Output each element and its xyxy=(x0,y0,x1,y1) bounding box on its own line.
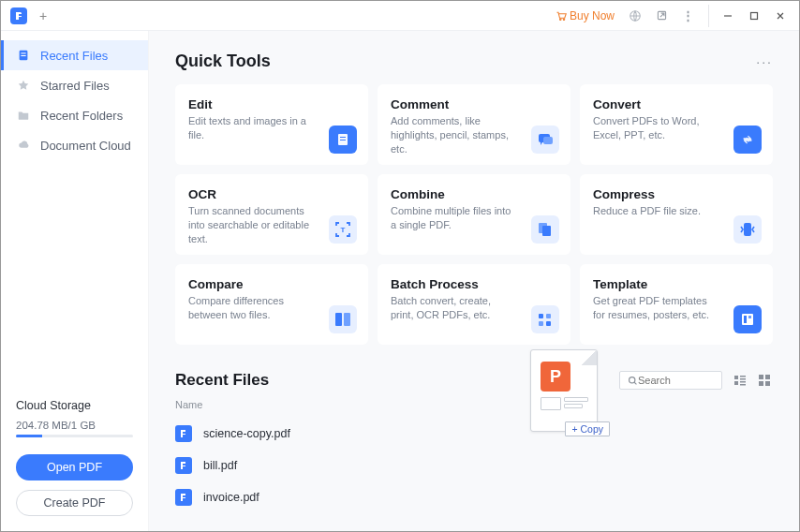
create-pdf-button[interactable]: Create PDF xyxy=(16,490,133,516)
tool-convert[interactable]: Convert Convert PDFs to Word, Excel, PPT… xyxy=(580,84,773,165)
svg-rect-21 xyxy=(539,321,543,326)
svg-rect-15 xyxy=(542,226,551,236)
tool-desc: Turn scanned documents into searchable o… xyxy=(188,204,314,246)
file-row[interactable]: bill.pdf xyxy=(175,450,773,481)
app-logo-icon xyxy=(10,7,27,24)
svg-rect-31 xyxy=(740,381,746,383)
svg-rect-10 xyxy=(340,140,346,140)
list-view-button[interactable] xyxy=(732,372,748,389)
cloud-progress xyxy=(16,435,133,437)
svg-rect-27 xyxy=(734,376,738,379)
svg-text:T: T xyxy=(341,226,346,234)
template-icon xyxy=(733,305,762,333)
svg-rect-35 xyxy=(759,381,763,386)
sidebar-item-label: Recent Files xyxy=(40,49,108,63)
tool-title: Batch Process xyxy=(391,277,557,291)
close-button[interactable] xyxy=(767,5,793,27)
convert-icon xyxy=(733,126,762,154)
svg-rect-25 xyxy=(748,316,751,318)
batch-icon xyxy=(531,305,559,333)
sidebar-item-recent-folders[interactable]: Recent Folders xyxy=(1,100,148,130)
tool-title: Combine xyxy=(391,187,557,201)
buy-now-link[interactable]: Buy Now xyxy=(550,7,620,24)
svg-point-0 xyxy=(559,19,561,21)
svg-rect-19 xyxy=(539,314,543,318)
tool-batch-process[interactable]: Batch Process Batch convert, create, pri… xyxy=(378,264,570,345)
sidebar-item-label: Recent Folders xyxy=(40,109,123,123)
svg-rect-22 xyxy=(546,321,551,326)
quick-tools-more-icon[interactable]: ··· xyxy=(756,54,773,69)
svg-rect-33 xyxy=(759,375,763,379)
tool-ocr[interactable]: OCR Turn scanned documents into searchab… xyxy=(175,174,368,255)
svg-rect-16 xyxy=(744,223,751,236)
document-icon xyxy=(16,48,31,63)
svg-rect-20 xyxy=(546,314,551,318)
compress-icon xyxy=(733,215,762,244)
svg-rect-23 xyxy=(742,314,753,325)
ocr-icon: T xyxy=(329,215,357,244)
svg-rect-28 xyxy=(740,376,746,377)
new-tab-button[interactable]: + xyxy=(35,7,52,24)
tool-desc: Edit texts and images in a file. xyxy=(188,114,314,142)
quick-tools-grid: Edit Edit texts and images in a file. Co… xyxy=(175,84,773,345)
tool-title: OCR xyxy=(188,187,355,201)
search-input[interactable] xyxy=(638,375,711,386)
tool-combine[interactable]: Combine Combine multiple files into a si… xyxy=(378,174,570,255)
svg-rect-9 xyxy=(340,137,346,138)
column-header-name: Name xyxy=(175,399,773,410)
tool-compare[interactable]: Compare Compare differences between two … xyxy=(175,264,368,345)
sidebar-item-label: Starred Files xyxy=(40,79,110,93)
tool-desc: Compare differences between two files. xyxy=(188,294,314,322)
file-name: invoice.pdf xyxy=(203,491,259,504)
tool-template[interactable]: Template Get great PDF templates for res… xyxy=(580,264,773,345)
file-name: bill.pdf xyxy=(203,459,237,472)
star-icon xyxy=(16,78,31,93)
edit-icon xyxy=(329,126,357,154)
sidebar-item-document-cloud[interactable]: Document Cloud xyxy=(1,130,148,160)
file-row[interactable]: invoice.pdf xyxy=(175,481,773,513)
svg-rect-6 xyxy=(21,52,25,53)
svg-rect-29 xyxy=(740,378,746,380)
tool-compress[interactable]: Compress Reduce a PDF file size. xyxy=(580,174,773,255)
pdf-file-icon xyxy=(175,457,192,474)
svg-rect-18 xyxy=(344,313,350,326)
maximize-button[interactable] xyxy=(741,5,767,27)
quick-tools-heading: Quick Tools xyxy=(175,52,271,71)
sidebar: Recent Files Starred Files Recent Folder… xyxy=(1,31,149,531)
sidebar-item-starred-files[interactable]: Starred Files xyxy=(1,70,148,100)
kebab-menu-icon[interactable]: ⋮ xyxy=(676,5,699,27)
tool-title: Convert xyxy=(593,97,760,111)
tool-title: Template xyxy=(593,277,760,291)
search-icon xyxy=(628,376,638,386)
share-icon[interactable] xyxy=(650,5,673,27)
compare-icon xyxy=(329,305,357,333)
search-box[interactable] xyxy=(619,371,722,390)
sidebar-item-recent-files[interactable]: Recent Files xyxy=(1,40,148,70)
cloud-icon xyxy=(16,138,31,153)
sidebar-item-label: Document Cloud xyxy=(40,139,131,153)
tool-title: Comment xyxy=(391,97,557,111)
minimize-button[interactable] xyxy=(715,5,741,27)
buy-now-label: Buy Now xyxy=(570,9,615,22)
file-name: science-copy.pdf xyxy=(203,427,290,440)
svg-rect-24 xyxy=(744,316,747,323)
globe-icon[interactable] xyxy=(624,5,646,27)
tool-desc: Convert PDFs to Word, Excel, PPT, etc. xyxy=(593,114,719,142)
svg-rect-17 xyxy=(335,313,342,326)
grid-view-button[interactable] xyxy=(756,372,773,389)
pdf-file-icon xyxy=(175,489,192,506)
main-content: Quick Tools ··· Edit Edit texts and imag… xyxy=(149,31,799,531)
tool-comment[interactable]: Comment Add comments, like highlights, p… xyxy=(378,84,570,165)
open-pdf-button[interactable]: Open PDF xyxy=(16,454,133,480)
svg-rect-30 xyxy=(734,381,738,385)
svg-rect-32 xyxy=(740,384,746,386)
tool-title: Compare xyxy=(188,277,355,291)
tool-desc: Reduce a PDF file size. xyxy=(593,204,719,218)
cloud-usage-text: 204.78 MB/1 GB xyxy=(16,420,133,431)
cart-icon xyxy=(556,10,567,22)
cloud-storage-heading: Cloud Storage xyxy=(16,399,133,412)
titlebar: + Buy Now ⋮ xyxy=(1,1,799,31)
svg-rect-12 xyxy=(543,137,553,144)
file-row[interactable]: science-copy.pdf xyxy=(175,418,773,450)
tool-edit[interactable]: Edit Edit texts and images in a file. xyxy=(175,84,368,165)
